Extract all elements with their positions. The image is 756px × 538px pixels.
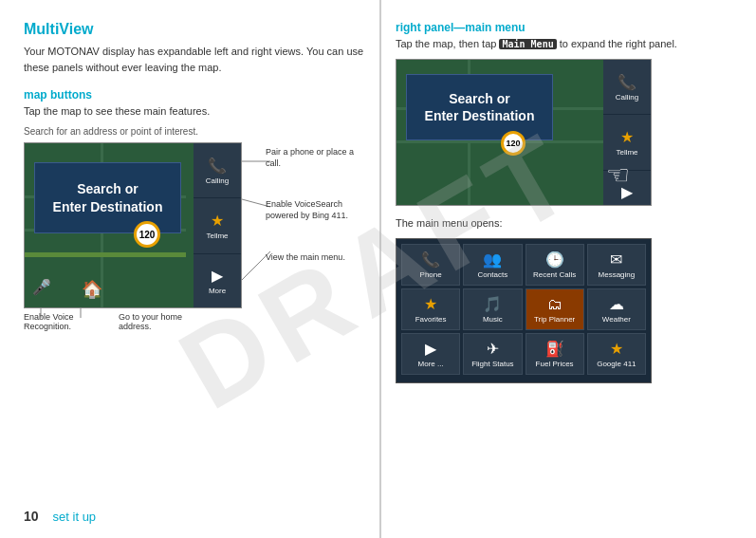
menu-item-weather[interactable]: ☁ Weather <box>587 288 646 330</box>
contacts-icon: 👥 <box>483 250 502 269</box>
star-icon: ★ <box>211 212 224 230</box>
menu-row-2: ★ Favorites 🎵 Music 🗂 Trip Planner ☁ Wea… <box>401 288 646 330</box>
left-map-screenshot[interactable]: Search or Enter Destination 120 🎤 🏠 📞 Ca… <box>24 142 242 308</box>
view-main-annotation: View the main menu. <box>266 252 370 264</box>
tellme-button[interactable]: ★ Tellme <box>194 198 241 253</box>
menu-row-3: ▶ More ... ✈ Flight Status ⛽ Fuel Prices… <box>401 333 646 375</box>
more-button[interactable]: ▶ More <box>194 254 241 308</box>
right-body-text: Tap the map, then tap Main Menu to expan… <box>396 38 742 49</box>
map-buttons-desc: Tap the map to see these main features. <box>24 105 365 117</box>
search-dest-box[interactable]: Search or Enter Destination <box>34 162 181 233</box>
right-speed-badge: 120 <box>501 131 526 156</box>
right-section-title: right panel—main menu <box>396 21 742 34</box>
trip-planner-icon: 🗂 <box>547 296 562 313</box>
menu-item-google-411[interactable]: ★ Google 411 <box>587 333 646 375</box>
multiview-body-text: Your MOTONAV display has expandable left… <box>24 44 365 75</box>
map-annot-wrapper: Search or Enter Destination 120 🎤 🏠 📞 Ca… <box>24 142 365 331</box>
recent-calls-icon: 🕒 <box>545 250 564 269</box>
menu-item-fuel-prices[interactable]: ⛽ Fuel Prices <box>526 333 584 375</box>
page-number: 10 <box>24 509 39 524</box>
voicesearch-annotation: Enable VoiceSearch powered by Bing 411. <box>266 199 370 221</box>
microphone-icon[interactable]: 🎤 <box>32 278 51 296</box>
main-menu-badge: Main Menu <box>499 39 556 49</box>
right-search-dest-box[interactable]: Search or Enter Destination <box>406 74 553 140</box>
menu-row-1: 📞 Phone 👥 Contacts 🕒 Recent Calls ✉ Mess… <box>401 244 646 286</box>
favorites-icon: ★ <box>424 295 437 313</box>
enable-voice-label: Enable Voice Recognition. <box>24 312 100 331</box>
menu-item-favorites[interactable]: ★ Favorites <box>401 288 460 330</box>
main-menu-opens-text: The main menu opens: <box>396 217 742 229</box>
right-map-screenshot[interactable]: Search or Enter Destination 120 📞 Callin… <box>396 59 652 206</box>
go-home-label: Go to your home address. <box>119 312 194 331</box>
menu-item-more[interactable]: ▶ More ... <box>401 333 460 375</box>
right-calling-button[interactable]: 📞 Calling <box>603 60 651 115</box>
right-star-icon: ★ <box>620 128 634 146</box>
menu-item-contacts[interactable]: 👥 Contacts <box>463 244 522 286</box>
music-icon: 🎵 <box>483 295 502 313</box>
pair-phone-annotation: Pair a phone or place a call. <box>266 147 370 169</box>
weather-icon: ☁ <box>609 295 624 313</box>
left-panel: MultiView Your MOTONAV display has expan… <box>0 0 379 538</box>
right-panel: right panel—main menu Tap the map, then … <box>380 0 756 538</box>
speed-badge: 120 <box>134 221 160 248</box>
search-dest-text: Search or Enter Destination <box>53 180 163 214</box>
menu-item-messaging[interactable]: ✉ Messaging <box>587 244 646 286</box>
footer-section-label: set it up <box>53 510 97 524</box>
more-menu-icon: ▶ <box>425 340 436 358</box>
phone-menu-icon: 📞 <box>421 250 440 269</box>
right-annotations: Pair a phone or place a call. Enable Voi… <box>266 147 370 293</box>
menu-item-flight-status[interactable]: ✈ Flight Status <box>463 333 522 375</box>
search-annotation: Search for an address or point of intere… <box>24 126 365 137</box>
main-menu-grid: 📞 Phone 👥 Contacts 🕒 Recent Calls ✉ Mess… <box>396 238 652 383</box>
menu-item-recent-calls[interactable]: 🕒 Recent Calls <box>526 244 584 286</box>
section-title-multiview: MultiView <box>24 21 365 38</box>
play-icon: ▶ <box>212 267 223 285</box>
menu-item-phone[interactable]: 📞 Phone <box>401 244 460 286</box>
page-wrapper: DRAFT MultiView Your MOTONAV display has… <box>0 0 756 538</box>
home-icon[interactable]: 🏠 <box>82 279 102 300</box>
fuel-icon: ⛽ <box>545 340 564 358</box>
flight-icon: ✈ <box>487 340 499 358</box>
right-search-dest-text: Search or Enter Destination <box>425 90 535 124</box>
page-footer: 10 set it up <box>24 509 96 524</box>
menu-item-trip-planner[interactable]: 🗂 Trip Planner <box>526 288 584 330</box>
bottom-labels: Enable Voice Recognition. Go to your hom… <box>24 312 365 331</box>
phone-icon: 📞 <box>208 157 227 175</box>
map-buttons-title: map buttons <box>24 88 365 102</box>
menu-item-music[interactable]: 🎵 Music <box>463 288 522 330</box>
messaging-icon: ✉ <box>610 250 622 269</box>
google-411-icon: ★ <box>610 340 623 358</box>
right-phone-icon: 📞 <box>618 73 636 91</box>
calling-button[interactable]: 📞 Calling <box>194 143 241 198</box>
map-right-buttons: 📞 Calling ★ Tellme ▶ More <box>194 143 241 308</box>
cursor-hand-icon: ☞ <box>606 159 630 191</box>
